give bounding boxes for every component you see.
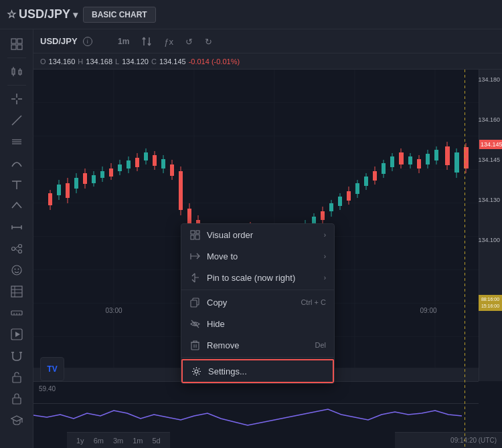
svg-point-28 (12, 265, 21, 275)
move-to-icon (189, 251, 200, 261)
chart-type-button[interactable]: BASIC CHART (83, 7, 156, 23)
sidebar-trendline-icon[interactable] (5, 111, 29, 130)
sidebar-curve-icon[interactable] (5, 154, 29, 173)
price-label-3: 134.145 (478, 156, 500, 163)
settings-icon (191, 366, 201, 376)
svg-rect-69 (83, 173, 87, 184)
menu-item-copy[interactable]: Copy Ctrl + C (181, 292, 334, 313)
menu-item-remove[interactable]: Remove Del (181, 334, 334, 356)
sidebar-path-icon[interactable] (5, 197, 29, 215)
symbol-selector[interactable]: ☆ USD/JPY ▾ (7, 7, 78, 21)
sidebar-lock-open-icon[interactable] (5, 368, 29, 386)
settings-label: Settings... (208, 366, 247, 376)
svg-rect-164 (191, 342, 199, 350)
move-to-chevron: › (324, 253, 326, 260)
period-1m[interactable]: 1m (129, 435, 147, 446)
c-label: C (151, 58, 157, 66)
svg-rect-91 (179, 171, 183, 210)
context-menu: Visual order › Move to › (181, 223, 335, 384)
svg-rect-141 (426, 154, 430, 164)
svg-line-26 (15, 246, 18, 249)
svg-rect-1 (17, 39, 22, 43)
timestamp-text: 09:14:20 (UTC) (450, 437, 497, 444)
sidebar-crosshair-icon[interactable] (5, 90, 29, 108)
sidebar-measure-icon[interactable] (5, 218, 29, 237)
svg-rect-131 (382, 163, 386, 174)
period-6m[interactable]: 6m (90, 435, 108, 446)
menu-item-pin-to-scale[interactable]: Pin to scale (now right) › (181, 267, 334, 288)
sidebar-candlestick-icon[interactable] (5, 62, 29, 81)
price-label-2: 134.160 (478, 116, 500, 123)
visual-order-chevron: › (324, 231, 326, 239)
svg-rect-152 (191, 235, 194, 239)
menu-divider-1 (181, 290, 334, 290)
sidebar-node-icon[interactable] (5, 239, 29, 258)
svg-rect-2 (11, 45, 16, 49)
redo-button[interactable]: ↻ (201, 35, 216, 49)
svg-rect-121 (338, 197, 342, 206)
svg-rect-127 (364, 177, 368, 186)
sidebar-ruler-icon[interactable] (5, 304, 29, 322)
svg-rect-79 (127, 160, 131, 169)
undo-button[interactable]: ↺ (181, 35, 197, 49)
sidebar-emoji-icon[interactable] (5, 261, 29, 279)
y-axis: 134.180 134.160 134.145 134.130 134.100 … (479, 70, 502, 381)
svg-rect-137 (408, 156, 412, 164)
svg-rect-65 (66, 183, 70, 198)
sidebar-text-icon[interactable] (5, 175, 29, 194)
price-label-low: 134.100 (478, 237, 500, 243)
indicators-button[interactable]: ƒx (160, 35, 177, 49)
menu-item-settings[interactable]: Settings... (181, 359, 334, 383)
svg-point-24 (18, 245, 21, 248)
svg-rect-67 (74, 178, 78, 189)
compare-button[interactable] (137, 34, 156, 49)
svg-rect-31 (11, 286, 22, 297)
period-3m[interactable]: 3m (109, 435, 127, 446)
sidebar-hlines-icon[interactable] (5, 132, 29, 151)
svg-rect-161 (191, 300, 197, 307)
remove-label: Remove (207, 340, 239, 350)
sidebar-play-icon[interactable] (5, 325, 29, 344)
svg-line-27 (15, 249, 18, 251)
time-side-text: 88:16:0015:16:00 (481, 297, 499, 308)
menu-item-hide[interactable]: Hide (181, 313, 334, 334)
copy-shortcut: Ctrl + C (301, 298, 326, 306)
menu-item-move-to[interactable]: Move to › (181, 245, 334, 267)
sidebar-table-icon[interactable] (5, 282, 29, 301)
timeframe-1m-button[interactable]: 1m (114, 35, 133, 47)
sidebar-divider-1 (7, 58, 26, 58)
svg-rect-129 (373, 171, 377, 181)
svg-rect-125 (355, 183, 359, 194)
tradingview-logo: TV (40, 357, 64, 381)
x-label-0300: 03:00 (105, 307, 122, 314)
svg-rect-3 (17, 45, 22, 49)
svg-rect-133 (390, 156, 394, 167)
sidebar-grid-icon[interactable] (5, 35, 29, 53)
o-label: O (40, 58, 46, 66)
remove-shortcut: Del (315, 341, 326, 349)
dropdown-arrow-icon[interactable]: ▾ (73, 9, 78, 20)
sidebar-lock-closed-icon[interactable] (5, 389, 29, 408)
svg-point-29 (14, 269, 15, 270)
current-price-label: 134.145 (479, 140, 502, 149)
sidebar-magnet-icon[interactable] (5, 346, 29, 365)
svg-rect-85 (153, 155, 157, 166)
svg-rect-153 (195, 235, 199, 239)
svg-rect-87 (161, 159, 165, 169)
timestamp-display: 09:14:20 (UTC) (395, 432, 502, 448)
x-label-0900: 09:00 (420, 307, 436, 314)
svg-point-23 (11, 247, 15, 251)
period-1y[interactable]: 1y (72, 435, 88, 446)
copy-icon (189, 297, 200, 308)
svg-line-158 (192, 279, 195, 282)
hide-label: Hide (207, 319, 225, 329)
svg-rect-7 (19, 70, 21, 74)
sidebar-graduation-icon[interactable] (5, 411, 29, 429)
period-5d[interactable]: 5d (148, 435, 164, 446)
svg-line-14 (12, 116, 21, 125)
star-icon[interactable]: ☆ (7, 8, 16, 21)
svg-rect-75 (109, 169, 113, 177)
chart-info-icon[interactable]: i (83, 37, 92, 46)
menu-item-visual-order[interactable]: Visual order › (181, 224, 334, 245)
chart-header: USD/JPY i 1m ƒx ↺ ↻ (33, 29, 502, 53)
